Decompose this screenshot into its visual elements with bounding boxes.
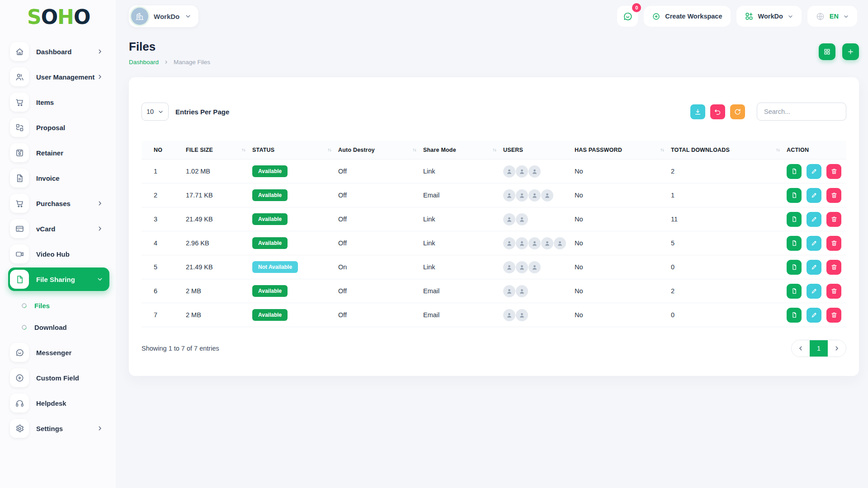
auto-destroy: Off: [338, 311, 423, 319]
sidebar-item-invoice[interactable]: Invoice: [8, 166, 109, 190]
column-header-auto-destroy[interactable]: Auto Destroy: [338, 147, 423, 153]
table-row: 72 MBAvailableOffEmailNo0: [142, 303, 846, 327]
pagination-next-button[interactable]: [828, 340, 846, 357]
messenger-button[interactable]: 0: [617, 6, 638, 27]
sidebar-item-label: Retainer: [36, 149, 63, 157]
workspace-selector[interactable]: WorkDo: [129, 5, 198, 27]
sidebar-item-proposal[interactable]: Proposal: [8, 116, 109, 139]
sort-icon[interactable]: [659, 147, 665, 153]
delete-button[interactable]: [826, 284, 841, 299]
table-header: NOFILE SIZESTATUSAuto DestroyShare ModeU…: [142, 141, 846, 160]
chat-bubble-icon: [623, 11, 633, 22]
status-cell: Available: [252, 165, 338, 177]
delete-button[interactable]: [826, 188, 841, 203]
delete-button[interactable]: [826, 212, 841, 227]
view-file-button[interactable]: [787, 188, 802, 203]
delete-button[interactable]: [826, 236, 841, 251]
sidebar: SOHO DashboardUser ManagementItemsPropos…: [0, 0, 116, 488]
plus-circle-icon: [10, 368, 29, 387]
sort-icon[interactable]: [775, 147, 781, 153]
status-badge: Available: [252, 237, 288, 249]
sidebar-item-label: Invoice: [36, 174, 60, 182]
auto-destroy: On: [338, 263, 423, 271]
sidebar-item-items[interactable]: Items: [8, 90, 109, 114]
view-file-button[interactable]: [787, 212, 802, 227]
logo-letter: H: [57, 5, 74, 28]
sidebar-item-user-management[interactable]: User Management: [8, 65, 109, 89]
edit-button[interactable]: [807, 188, 821, 203]
edit-button[interactable]: [807, 308, 821, 323]
grid-view-button[interactable]: [819, 43, 835, 60]
logo-letter: O: [74, 5, 90, 28]
file-size: 2 MB: [186, 311, 252, 319]
refresh-button[interactable]: [730, 104, 745, 119]
column-header-status[interactable]: STATUS: [252, 147, 338, 153]
table-body: 11.02 MBAvailableOffLinkNo2217.71 KBAvai…: [142, 160, 846, 327]
sort-icon[interactable]: [326, 147, 333, 153]
sidebar-subitem-files[interactable]: Files: [8, 295, 109, 316]
edit-button[interactable]: [807, 164, 821, 179]
column-label: HAS PASSWORD: [575, 147, 622, 153]
edit-button[interactable]: [807, 260, 821, 275]
create-workspace-label: Create Workspace: [665, 13, 722, 20]
sidebar-item-dashboard[interactable]: Dashboard: [8, 40, 109, 63]
delete-button[interactable]: [826, 308, 841, 323]
column-header-has-password[interactable]: HAS PASSWORD: [575, 147, 671, 153]
sort-icon[interactable]: [241, 147, 247, 153]
user-avatar-icon: [516, 165, 528, 178]
table-controls-right: [690, 103, 846, 121]
undo-button[interactable]: [710, 104, 725, 119]
sidebar-item-file-sharing[interactable]: File Sharing: [8, 267, 109, 291]
view-file-button[interactable]: [787, 236, 802, 251]
sidebar-item-helpdesk[interactable]: Helpdesk: [8, 391, 109, 415]
column-header-total-downloads[interactable]: TOTAL DOWNLOADS: [671, 147, 787, 153]
edit-button[interactable]: [807, 212, 821, 227]
view-file-button[interactable]: [787, 308, 802, 323]
user-avatar-icon: [516, 285, 528, 297]
user-avatar-icon: [503, 213, 515, 225]
share-mode: Email: [423, 192, 503, 199]
edit-button[interactable]: [807, 236, 821, 251]
sidebar-item-vcard[interactable]: vCard: [8, 217, 109, 240]
showing-entries-text: Showing 1 to 7 of 7 entries: [142, 345, 219, 352]
sidebar-item-custom-field[interactable]: Custom Field: [8, 366, 109, 389]
column-header-share-mode[interactable]: Share Mode: [423, 147, 503, 153]
user-avatar-icon: [503, 309, 515, 321]
user-avatar-icon: [541, 189, 553, 202]
sidebar-subitem-download[interactable]: Download: [8, 316, 109, 338]
language-selector[interactable]: EN: [807, 6, 857, 27]
view-file-button[interactable]: [787, 284, 802, 299]
status-cell: Available: [252, 285, 338, 297]
sidebar-item-purchases[interactable]: Purchases: [8, 192, 109, 215]
sidebar-item-messenger[interactable]: Messenger: [8, 341, 109, 364]
edit-button[interactable]: [807, 284, 821, 299]
users-icon: [10, 67, 29, 86]
entries-per-page-select[interactable]: 10: [142, 103, 169, 121]
user-avatar-icon: [503, 165, 515, 178]
app-menu-button[interactable]: WorkDo: [736, 6, 802, 27]
pagination-page-current[interactable]: 1: [810, 340, 828, 357]
table-row: 11.02 MBAvailableOffLinkNo2: [142, 160, 846, 183]
pagination-prev-button[interactable]: [792, 340, 810, 357]
has-password: No: [575, 263, 671, 271]
chevron-down-icon: [158, 109, 164, 115]
search-input[interactable]: [757, 103, 846, 121]
view-file-button[interactable]: [787, 260, 802, 275]
view-file-button[interactable]: [787, 164, 802, 179]
delete-button[interactable]: [826, 164, 841, 179]
create-workspace-button[interactable]: Create Workspace: [644, 6, 730, 27]
add-file-button[interactable]: [842, 43, 859, 60]
sidebar-item-video-hub[interactable]: Video Hub: [8, 242, 109, 266]
sidebar-item-retainer[interactable]: Retainer: [8, 141, 109, 164]
export-download-button[interactable]: [690, 104, 705, 119]
proposal-icon: [10, 118, 29, 137]
sort-icon[interactable]: [491, 147, 498, 153]
sidebar-item-settings[interactable]: Settings: [8, 417, 109, 440]
breadcrumb-dashboard-link[interactable]: Dashboard: [129, 59, 159, 66]
delete-button[interactable]: [826, 260, 841, 275]
user-avatar-icon: [528, 261, 541, 273]
sort-icon[interactable]: [411, 147, 418, 153]
chevron-right-icon: [97, 74, 103, 80]
total-downloads: 1: [671, 192, 787, 199]
column-header-file-size[interactable]: FILE SIZE: [186, 147, 252, 153]
